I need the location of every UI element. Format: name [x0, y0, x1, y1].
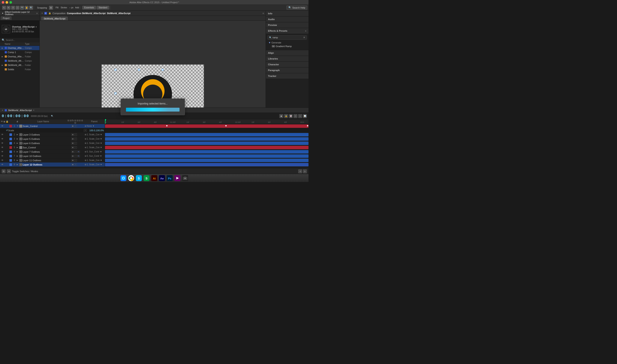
standard-button[interactable]: Standard	[97, 6, 109, 9]
expand-9[interactable]: ▶	[17, 164, 19, 166]
vis-icon-1[interactable]: 👁	[1, 125, 4, 128]
sw1-6[interactable]: ◉	[71, 151, 74, 153]
sw-fx-6[interactable]: fx	[77, 151, 80, 153]
layer-draft-btn[interactable]: ⬡	[294, 114, 297, 118]
pen-tool[interactable]: ✎	[7, 6, 11, 10]
sw1-4[interactable]: ◉	[71, 142, 74, 144]
search-layers-icon[interactable]: 🔍	[50, 114, 54, 118]
current-time[interactable]: 0:00:00:00	[2, 114, 29, 118]
project-item-6[interactable]: Solids Folder	[0, 67, 40, 72]
info-section-header[interactable]: Info	[266, 11, 308, 16]
sw2-9[interactable]: /	[74, 163, 77, 166]
project-item-1[interactable]: ▶ Overtop_AfterScript Compo	[0, 46, 40, 50]
expand-icon-1[interactable]: ▶	[2, 47, 4, 49]
project-item-4[interactable]: SkiWorld_AfterScript Compo	[0, 59, 40, 63]
project-search-input[interactable]	[6, 39, 38, 41]
timeline-tracks[interactable]: 0 15f 30f 45f 01:00f 15f 30f 45f 02:00f …	[105, 119, 308, 168]
hand-tool[interactable]: ✋	[25, 6, 28, 10]
layer-row-1[interactable]: 👁 1 ▼ □ Scale_Control ◉ / ⊕ None ▼	[0, 124, 105, 128]
layer-row-6[interactable]: 👁 6 ▶ + Layer 7 Outlines ◉ / fx ⊕ 5. Sun…	[0, 150, 105, 154]
video-app[interactable]	[174, 174, 181, 182]
sw1-7[interactable]: ◉	[71, 155, 74, 157]
chrome-app[interactable]	[127, 174, 135, 182]
expand-5[interactable]: ▶	[17, 146, 19, 148]
character-header[interactable]: Character	[266, 62, 308, 67]
expand-icon-5[interactable]: ▶	[2, 64, 4, 66]
effects-presets-header[interactable]: Effects & Presets ≡	[266, 28, 308, 34]
sw2-5[interactable]: /	[74, 146, 77, 149]
expand-7[interactable]: ▶	[17, 155, 19, 157]
close-comp-icon[interactable]: ✕	[41, 12, 43, 14]
photoshop-app[interactable]: Ps	[166, 174, 173, 182]
effects-presets-menu[interactable]: ≡	[305, 30, 306, 32]
select-tool[interactable]: ↖	[2, 6, 6, 10]
scroll-left-btn[interactable]: ◁	[298, 169, 302, 173]
gradient-ramp-item[interactable]: fx Gradient Ramp	[268, 44, 307, 48]
vis-icon-9[interactable]: 👁	[1, 163, 4, 166]
align-header[interactable]: Align	[266, 50, 308, 56]
project-item-3[interactable]: ▶ Overtop_AfterScript Layers Folder	[0, 54, 40, 59]
layer-solo-btn[interactable]: ◉	[279, 114, 283, 118]
search-help-group[interactable]: 🔍 Search Help	[286, 6, 307, 10]
vis-icon-8[interactable]: 👁	[1, 159, 4, 162]
sw1-3[interactable]: ◉	[71, 138, 74, 140]
expand-icon-3[interactable]: ▶	[2, 56, 4, 58]
layer-options-btn[interactable]: ⊟	[2, 169, 6, 173]
camera-tool[interactable]: 📷	[20, 6, 24, 10]
sw2-7[interactable]: /	[74, 155, 77, 157]
skiworldafter-tab[interactable]: SkiWorld_AfterScript	[41, 17, 68, 20]
minimize-button[interactable]	[6, 1, 8, 4]
layer-row-7[interactable]: 👁 7 ▶ + Layer 10 Outlines ◉ / fx ⊕ 5. Su…	[0, 154, 105, 158]
vis-icon-4[interactable]: 👁	[1, 142, 4, 145]
layer-row-4[interactable]: 👁 4 ▶ + Layer 6 Outlines ◉ / ⊕ 1. Scale_…	[0, 141, 105, 145]
vis-icon-2[interactable]: 👁	[1, 133, 4, 136]
layer-shy-btn[interactable]: 👻	[289, 114, 293, 118]
vis-icon-6[interactable]: 👁	[1, 150, 4, 153]
sw-fx-7[interactable]: fx	[77, 155, 80, 157]
layer-motionblur-btn[interactable]: ≈	[298, 114, 302, 118]
zoom-tool[interactable]: 🔍	[29, 6, 33, 10]
expand-2[interactable]: ▶	[17, 134, 19, 136]
scroll-right-btn[interactable]: ▷	[303, 169, 307, 173]
generate-category[interactable]: ▼ Generate	[268, 41, 307, 44]
toggle-switches-label[interactable]: Toggle Switches / Modes	[12, 170, 38, 173]
expand-3[interactable]: ▶	[17, 138, 19, 140]
lock-comp-icon[interactable]: 🔒	[48, 11, 51, 15]
close-timeline-icon[interactable]: ✕	[2, 109, 3, 111]
vis-icon-7[interactable]: 👁	[1, 155, 4, 157]
maximize-button[interactable]	[9, 1, 12, 4]
sw1-5[interactable]: ◉	[71, 146, 74, 149]
sw2-4[interactable]: /	[74, 142, 77, 144]
essentials-button[interactable]: Essentials	[82, 6, 96, 9]
expand-1[interactable]: ▼	[17, 125, 19, 127]
expand-8[interactable]: ▶	[17, 159, 19, 161]
layer-row-2[interactable]: 👁 2 ▶ + Layer 3 Outlines ◉ / ⊕ 1. Scale_…	[0, 132, 105, 137]
expand-4[interactable]: ▶	[17, 142, 19, 144]
sw2-2[interactable]: /	[74, 133, 77, 136]
sw1-8[interactable]: ◉	[71, 159, 74, 162]
parent-arrow-1[interactable]: ▼	[92, 125, 94, 127]
effects-search-clear[interactable]: ✕	[303, 36, 305, 39]
skype2-app[interactable]: S	[143, 174, 150, 182]
project-item-5[interactable]: ▶ SkiWorld_AfterScript Layers Folder	[0, 63, 40, 67]
switch-solo-1[interactable]: ◉	[71, 125, 74, 127]
sw1-9[interactable]: ◉	[71, 163, 74, 166]
layer-row-8[interactable]: 👁 8 ▶ + Layer 11 Outlines ◉ / ⊕ 1. Scale…	[0, 158, 105, 163]
text-tool[interactable]: T	[11, 6, 15, 10]
comp-panel-menu[interactable]: ≡	[263, 12, 264, 14]
shape-tool[interactable]: □	[16, 6, 19, 10]
project-tab[interactable]: Project	[1, 16, 11, 20]
layer-chart-btn[interactable]: 📊	[303, 114, 307, 118]
libraries-header[interactable]: Libraries	[266, 56, 308, 62]
frame-advance-btn[interactable]: ⇥	[7, 169, 11, 173]
vis-icon-3[interactable]: 👁	[1, 137, 4, 141]
project-item-2[interactable]: Comp 1 Compo	[0, 50, 40, 54]
tracker-header[interactable]: Tracker	[266, 73, 308, 79]
vis-icon-5[interactable]: 👁	[1, 146, 4, 149]
camera-app[interactable]	[181, 174, 189, 182]
aftereffects-app[interactable]: Ae	[158, 174, 166, 182]
timeline-panel-menu[interactable]: ≡	[33, 109, 34, 111]
layer-row-5[interactable]: 👁 5 ▶ □ Sun_Control ◉ / ⊕ 1. Scale_Con ▼	[0, 145, 105, 150]
finder-app[interactable]	[120, 174, 127, 182]
switch-lock-1[interactable]: /	[74, 125, 77, 127]
